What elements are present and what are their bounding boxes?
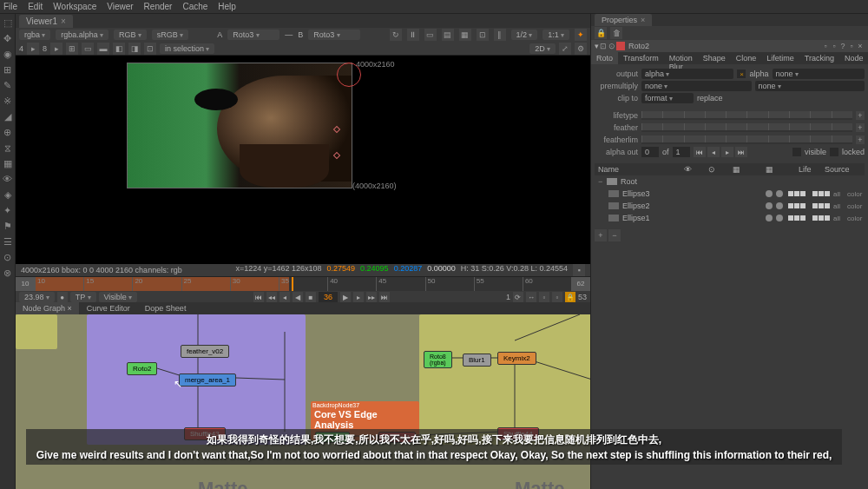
render-toggle[interactable] <box>776 190 783 197</box>
stop-icon[interactable]: ■ <box>306 292 316 302</box>
playhead[interactable] <box>292 277 293 291</box>
fps-mode[interactable]: TP <box>70 292 96 302</box>
status-square-icon[interactable]: ▪ <box>573 264 585 276</box>
select-tool-icon[interactable]: ⬚ <box>3 17 13 28</box>
mode-2d-dropdown[interactable]: 2D <box>529 43 556 54</box>
menu-file[interactable]: File <box>3 2 17 11</box>
pause2-icon[interactable]: ∥ <box>494 29 506 41</box>
tb2-h[interactable]: ⊡ <box>144 43 156 55</box>
node-header[interactable]: ▾ ⊡ ⊙ Roto2 ▫ ▫ ? ▫ × <box>591 40 868 52</box>
proxy-icon[interactable]: ▤ <box>442 29 454 41</box>
subtab-lifetime[interactable]: Lifetime <box>761 52 799 64</box>
fps-input[interactable]: 23.98 <box>19 292 55 302</box>
roi-icon[interactable]: ▭ <box>424 29 437 41</box>
locked-checkbox[interactable] <box>830 148 838 156</box>
shape-ellipse1[interactable]: Ellipse1 all color <box>595 212 865 224</box>
alpha-min-input[interactable]: 0 <box>641 147 659 157</box>
remove-shape-icon[interactable]: − <box>608 229 621 241</box>
tool-icon-b[interactable]: ⚑ <box>3 221 13 231</box>
other-tool-icon[interactable]: ◈ <box>3 189 13 200</box>
visibility-toggle[interactable] <box>766 202 773 209</box>
current-frame[interactable]: 36 <box>319 292 338 302</box>
menu-help[interactable]: Help <box>218 2 236 11</box>
pause-icon[interactable]: ⏸ <box>407 29 419 41</box>
draw-tool-icon[interactable]: ✎ <box>3 80 13 90</box>
timeline-mode[interactable]: Visible <box>99 292 138 302</box>
views-tool-icon[interactable]: 👁 <box>3 174 13 184</box>
prop-clear-icon[interactable]: 🗑 <box>610 27 622 39</box>
close-icon[interactable]: × <box>641 16 645 24</box>
tab-dopesheet[interactable]: Dope Sheet <box>138 302 194 314</box>
tb2-gear[interactable]: ⚙ <box>575 43 587 55</box>
merge-tool-icon[interactable]: ⊕ <box>3 127 13 137</box>
tb2-g[interactable]: ◨ <box>128 43 141 55</box>
add-shape-icon[interactable]: + <box>595 229 607 241</box>
main-menubar[interactable]: File Edit Workspace Viewer Render Cache … <box>0 0 868 14</box>
input-a-dropdown[interactable]: Roto3 <box>227 30 279 40</box>
skip-first-icon[interactable]: ⏮ <box>253 292 264 302</box>
lt-add-icon[interactable]: + <box>856 111 865 120</box>
color-tool-icon[interactable]: ◉ <box>3 49 13 59</box>
zoom-dropdown[interactable]: 1:1 <box>542 30 569 40</box>
subtab-clone[interactable]: Clone <box>731 52 762 64</box>
keyer-tool-icon[interactable]: ◢ <box>3 111 13 122</box>
node-keymix2[interactable]: Keymix2 <box>497 352 536 365</box>
shape-ellipse3[interactable]: Ellipse3 all color <box>595 188 865 200</box>
expand-icon[interactable]: − <box>598 177 607 186</box>
tab-nodegraph[interactable]: Node Graph × <box>16 302 79 314</box>
backdrop-yellow-small[interactable] <box>16 314 57 349</box>
subtab-shape[interactable]: Shape <box>698 52 731 64</box>
deep-tool-icon[interactable]: ▦ <box>3 158 13 169</box>
premult2-dropdown[interactable]: none <box>755 81 865 91</box>
key-last-icon[interactable]: ⏭ <box>735 147 747 157</box>
prop-lock-icon[interactable]: 🔒 <box>595 27 607 39</box>
tb2-f[interactable]: ◧ <box>113 43 125 55</box>
render-toggle[interactable] <box>776 215 783 221</box>
mask-dropdown[interactable]: none <box>773 69 865 79</box>
range-start[interactable]: 10 <box>16 277 35 291</box>
visibility-toggle[interactable] <box>766 215 773 221</box>
subtab-node[interactable]: Node <box>839 52 868 64</box>
play-fwd-icon[interactable]: ▶ <box>340 292 351 302</box>
rgb-dropdown[interactable]: RGB <box>114 30 147 40</box>
tool-icon-a[interactable]: ✦ <box>3 205 13 215</box>
fealim-bar[interactable] <box>641 135 852 144</box>
node-feather[interactable]: feather_v02 <box>181 345 229 358</box>
node-color-swatch[interactable] <box>616 42 625 50</box>
tl-btn-a[interactable]: ▫ <box>539 292 549 302</box>
fealim-add-icon[interactable]: + <box>856 135 865 144</box>
menu-workspace[interactable]: Workspace <box>53 2 96 11</box>
close-icon[interactable]: × <box>68 304 72 313</box>
node-roto8[interactable]: Roto8 (rgba) <box>424 351 452 368</box>
node-name-field[interactable]: Roto2 <box>628 42 649 50</box>
tool-icon-d[interactable]: ⊙ <box>3 252 13 262</box>
visibility-toggle[interactable] <box>766 190 773 197</box>
tb2-e[interactable]: ▬ <box>97 43 109 55</box>
viewer-tab[interactable]: Viewer1× <box>19 15 73 28</box>
menu-render[interactable]: Render <box>144 2 173 11</box>
next-key-icon[interactable]: ▸▸ <box>366 292 377 302</box>
close-icon[interactable]: × <box>61 17 66 26</box>
prev-key-icon[interactable]: ◂◂ <box>266 292 277 302</box>
properties-tab[interactable]: Properties× <box>595 14 652 26</box>
shape-ellipse2[interactable]: Ellipse2 all color <box>595 200 865 212</box>
tool-icon-e[interactable]: ⊗ <box>3 268 13 278</box>
prop-btn-c[interactable]: ? <box>838 42 847 50</box>
clip-dropdown[interactable]: format <box>641 93 694 103</box>
menu-edit[interactable]: Edit <box>28 2 43 11</box>
prop-btn-b[interactable]: ▫ <box>830 42 838 50</box>
feather-bar[interactable] <box>641 123 852 132</box>
overlay-dropdown[interactable]: in selection <box>160 43 214 54</box>
menu-viewer[interactable]: Viewer <box>107 2 133 11</box>
layer-dropdown[interactable]: rgba.alpha <box>56 30 108 40</box>
center-icon[interactable]: ⊡ <box>599 42 608 50</box>
find-icon[interactable]: ⊙ <box>608 42 616 50</box>
feather-add-icon[interactable]: + <box>856 123 865 132</box>
refresh-icon[interactable]: ↻ <box>390 29 402 41</box>
node-blur1[interactable]: Blur1 <box>463 354 491 367</box>
prop-close-icon[interactable]: × <box>856 42 865 50</box>
premult-dropdown[interactable]: none <box>641 81 752 91</box>
alpha-checkbox[interactable]: × <box>737 69 746 78</box>
input-b-dropdown[interactable]: Roto3 <box>308 30 360 40</box>
capture-icon[interactable]: ⊡ <box>477 29 489 41</box>
